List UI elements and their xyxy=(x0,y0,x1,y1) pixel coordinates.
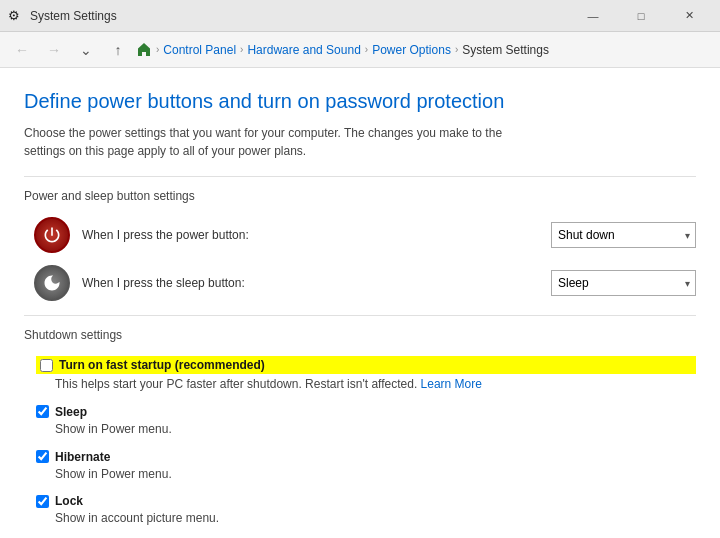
fast-startup-item: Turn on fast startup (recommended) This … xyxy=(36,356,696,393)
title-bar-text: System Settings xyxy=(30,9,117,23)
hibernate-item: Hibernate Show in Power menu. xyxy=(36,450,696,483)
sleep-svg-icon xyxy=(42,273,62,293)
learn-more-link[interactable]: Learn More xyxy=(421,377,482,391)
lock-checkbox-row: Lock xyxy=(36,494,696,508)
breadcrumb-sep-4: › xyxy=(455,44,458,55)
power-button-row: When I press the power button: Do nothin… xyxy=(34,217,696,253)
power-sleep-section-label: Power and sleep button settings xyxy=(24,189,696,203)
sleep-button-label: When I press the sleep button: xyxy=(82,276,539,290)
power-icon xyxy=(34,217,70,253)
shutdown-section-label: Shutdown settings xyxy=(24,328,696,342)
fast-startup-checkbox[interactable] xyxy=(40,359,53,372)
power-button-label: When I press the power button: xyxy=(82,228,539,242)
fast-startup-desc: This helps start your PC faster after sh… xyxy=(36,376,696,393)
nav-bar: ← → ⌄ ↑ › Control Panel › Hardware and S… xyxy=(0,32,720,68)
sleep-shutdown-label: Sleep xyxy=(55,405,87,419)
app-icon: ⚙ xyxy=(8,8,24,24)
hibernate-desc: Show in Power menu. xyxy=(36,466,696,483)
sleep-shutdown-desc: Show in Power menu. xyxy=(36,421,696,438)
breadcrumb-sep-1: › xyxy=(156,44,159,55)
breadcrumb-sep-3: › xyxy=(365,44,368,55)
breadcrumb-power-options[interactable]: Power Options xyxy=(372,43,451,57)
forward-button[interactable]: → xyxy=(40,36,68,64)
breadcrumb-home-icon xyxy=(136,42,152,58)
maximize-button[interactable]: □ xyxy=(618,0,664,32)
breadcrumb-sep-2: › xyxy=(240,44,243,55)
power-svg-icon xyxy=(42,225,62,245)
button-settings: When I press the power button: Do nothin… xyxy=(24,217,696,301)
sleep-shutdown-item: Sleep Show in Power menu. xyxy=(36,405,696,438)
fast-startup-label: Turn on fast startup (recommended) xyxy=(59,358,265,372)
divider-2 xyxy=(24,315,696,316)
breadcrumb-current: System Settings xyxy=(462,43,549,57)
hibernate-checkbox[interactable] xyxy=(36,450,49,463)
hibernate-checkbox-row: Hibernate xyxy=(36,450,696,464)
close-button[interactable]: ✕ xyxy=(666,0,712,32)
title-bar-controls: — □ ✕ xyxy=(570,0,712,32)
fast-startup-highlight: Turn on fast startup (recommended) xyxy=(36,356,696,374)
shutdown-items: Turn on fast startup (recommended) This … xyxy=(24,356,696,527)
breadcrumb-hardware-sound[interactable]: Hardware and Sound xyxy=(247,43,360,57)
sleep-checkbox[interactable] xyxy=(36,405,49,418)
divider-1 xyxy=(24,176,696,177)
recent-button[interactable]: ⌄ xyxy=(72,36,100,64)
shutdown-section: Shutdown settings Turn on fast startup (… xyxy=(24,328,696,527)
title-bar: ⚙ System Settings — □ ✕ xyxy=(0,0,720,32)
sleep-icon xyxy=(34,265,70,301)
power-button-select[interactable]: Do nothing Sleep Hibernate Shut down Tur… xyxy=(551,222,696,248)
main-content: Define power buttons and turn on passwor… xyxy=(0,68,720,538)
page-title: Define power buttons and turn on passwor… xyxy=(24,88,696,114)
power-dropdown-wrapper: Do nothing Sleep Hibernate Shut down Tur… xyxy=(551,222,696,248)
hibernate-label: Hibernate xyxy=(55,450,110,464)
sleep-checkbox-row: Sleep xyxy=(36,405,696,419)
lock-label: Lock xyxy=(55,494,83,508)
breadcrumb-control-panel[interactable]: Control Panel xyxy=(163,43,236,57)
lock-desc: Show in account picture menu. xyxy=(36,510,696,527)
lock-item: Lock Show in account picture menu. xyxy=(36,494,696,527)
page-description: Choose the power settings that you want … xyxy=(24,124,504,160)
back-button[interactable]: ← xyxy=(8,36,36,64)
sleep-button-select[interactable]: Do nothing Sleep Hibernate Shut down Tur… xyxy=(551,270,696,296)
minimize-button[interactable]: — xyxy=(570,0,616,32)
sleep-dropdown-wrapper: Do nothing Sleep Hibernate Shut down Tur… xyxy=(551,270,696,296)
up-button[interactable]: ↑ xyxy=(104,36,132,64)
breadcrumb: › Control Panel › Hardware and Sound › P… xyxy=(136,42,712,58)
lock-checkbox[interactable] xyxy=(36,495,49,508)
content-area: Define power buttons and turn on passwor… xyxy=(0,68,720,538)
sleep-button-row: When I press the sleep button: Do nothin… xyxy=(34,265,696,301)
